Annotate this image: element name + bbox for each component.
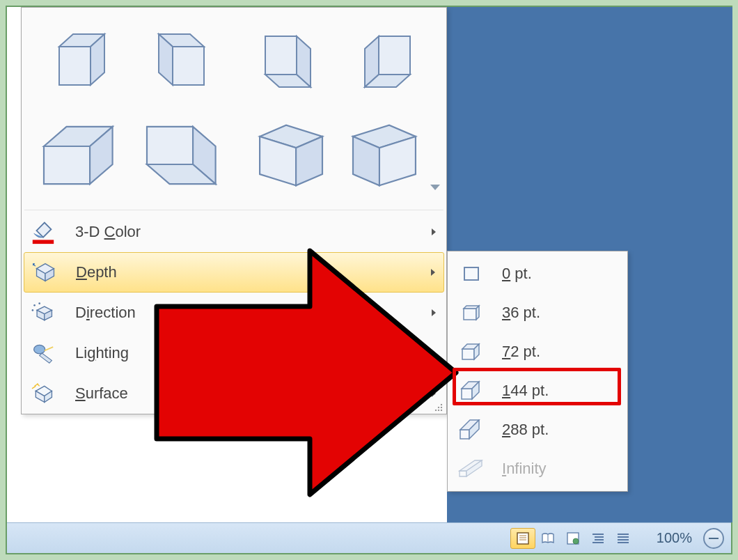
effects-dropdown-menu: 3-D Color Depth (21, 7, 447, 414)
cube-icon (145, 26, 221, 95)
depth-option-144[interactable]: 144 pt. (448, 371, 627, 410)
depth-option-72[interactable]: 72 pt. (448, 332, 627, 371)
svg-point-32 (38, 302, 40, 304)
svg-marker-3 (173, 47, 204, 85)
menu-label: 3-D Color (65, 223, 428, 241)
svg-marker-6 (265, 36, 297, 75)
depth-label: Infinity (495, 460, 619, 478)
view-draft-button[interactable] (611, 528, 636, 549)
svg-marker-42 (462, 349, 474, 359)
depth-submenu: 0 pt. 36 pt. 72 pt. (447, 251, 628, 492)
svg-marker-15 (147, 127, 193, 164)
preset-oblique-top-left[interactable] (133, 15, 233, 107)
svg-marker-45 (462, 389, 472, 399)
cube-icon (35, 117, 125, 194)
svg-rect-24 (33, 240, 54, 244)
status-bar: 100% (7, 522, 731, 553)
cube-icon (351, 26, 427, 95)
svg-point-60 (573, 538, 579, 544)
depth-label: 144 pt. (495, 382, 619, 400)
depth-swatch-icon (448, 303, 495, 322)
depth-cube-icon (24, 252, 65, 293)
submenu-arrow-icon (428, 307, 439, 318)
resize-grip-icon[interactable] (432, 401, 443, 412)
lighting-spotlight-icon (22, 333, 65, 373)
menu-label: Lighting (65, 344, 428, 362)
preset-perspective-above[interactable] (30, 109, 130, 201)
svg-point-34 (34, 345, 45, 353)
view-switcher (510, 528, 636, 549)
surface-cube-icon (22, 373, 65, 414)
page-icon (515, 531, 531, 545)
submenu-arrow-icon (428, 388, 439, 399)
cube-icon (248, 26, 324, 95)
svg-point-33 (32, 309, 34, 311)
cube-icon (138, 117, 228, 194)
svg-rect-54 (517, 533, 528, 544)
book-icon (540, 531, 556, 545)
depth-swatch-icon (448, 380, 495, 401)
menu-3d-color[interactable]: 3-D Color (22, 212, 446, 252)
preset-perspective-left[interactable] (236, 109, 336, 201)
menu-label: Direction (65, 304, 428, 322)
bucket-color-icon (22, 212, 65, 252)
submenu-arrow-icon (428, 348, 439, 359)
outline-icon (590, 531, 606, 545)
view-outline-button[interactable] (586, 528, 611, 549)
depth-option-0[interactable]: 0 pt. (448, 254, 627, 293)
svg-marker-39 (464, 309, 476, 320)
submenu-arrow-icon (428, 226, 439, 238)
depth-option-36[interactable]: 36 pt. (448, 293, 627, 332)
preset-perspective-right[interactable] (339, 109, 439, 201)
preset-3d-grid (22, 8, 446, 208)
svg-marker-9 (379, 36, 410, 75)
depth-swatch-icon (448, 460, 495, 478)
depth-label: 288 pt. (495, 421, 619, 439)
menu-depth[interactable]: Depth (24, 252, 444, 293)
depth-option-infinity[interactable]: Infinity (448, 449, 627, 488)
svg-marker-12 (44, 146, 90, 184)
depth-label: 36 pt. (495, 304, 619, 322)
svg-marker-48 (460, 430, 469, 439)
depth-label: 72 pt. (495, 343, 619, 361)
preset-oblique-top-right[interactable] (30, 15, 130, 107)
menu-label: Depth (65, 263, 427, 281)
preset-oblique-bottom-left[interactable] (339, 15, 439, 107)
cube-icon (344, 117, 434, 194)
menu-surface[interactable]: Surface (22, 373, 446, 414)
svg-point-31 (33, 304, 36, 306)
depth-swatch-icon (448, 419, 495, 440)
cube-icon (241, 117, 331, 194)
zoom-level[interactable]: 100% (657, 530, 692, 546)
zoom-out-button[interactable] (703, 528, 724, 549)
preset-oblique-bottom-right[interactable] (236, 15, 336, 107)
divider (24, 210, 443, 210)
menu-label: Surface (65, 384, 428, 403)
svg-marker-51 (460, 471, 466, 476)
view-reading-button[interactable] (535, 528, 560, 549)
preset-perspective-below[interactable] (133, 109, 233, 201)
depth-label: 0 pt. (495, 265, 619, 283)
cube-icon (42, 26, 118, 95)
app-frame: 3-D Color Depth (6, 6, 732, 554)
svg-rect-38 (464, 267, 478, 280)
menu-lighting[interactable]: Lighting (22, 333, 446, 373)
depth-option-288[interactable]: 288 pt. (448, 410, 627, 449)
draft-icon (615, 531, 631, 545)
depth-swatch-icon (448, 265, 495, 283)
page-web-icon (565, 531, 581, 545)
submenu-arrow-icon (427, 267, 439, 278)
svg-marker-41 (476, 306, 479, 320)
scroll-down-icon[interactable] (427, 179, 443, 196)
view-web-button[interactable] (560, 528, 586, 549)
svg-marker-0 (59, 47, 91, 85)
view-normal-button[interactable] (510, 528, 535, 549)
menu-direction[interactable]: Direction (22, 293, 446, 333)
depth-swatch-icon (448, 342, 495, 361)
direction-cube-icon (22, 293, 65, 333)
